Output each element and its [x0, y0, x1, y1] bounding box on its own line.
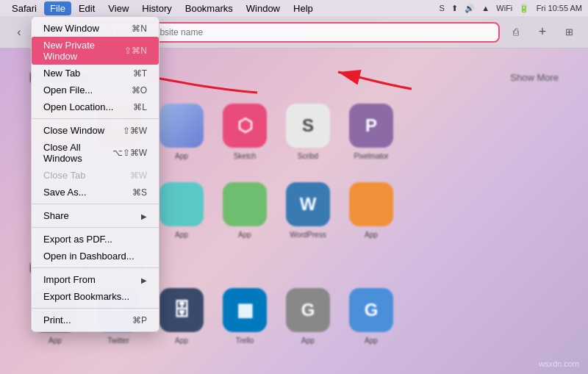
menu-new-window[interactable]: New Window ⌘N — [32, 20, 159, 37]
fav-icon: G — [286, 288, 330, 332]
fav-label: Scribd — [298, 152, 318, 160]
freq-trello[interactable]: ▦ Trello — [219, 288, 270, 345]
fav-label: Pixelmator — [354, 152, 388, 160]
menu-divider-1 — [32, 118, 159, 119]
menu-item-label: Export Bookmarks... — [43, 291, 129, 302]
menu-arrow — [141, 275, 147, 285]
show-more-button[interactable]: Show More — [510, 72, 559, 83]
menu-item-label: Share — [43, 210, 69, 221]
freq-g1[interactable]: G App — [282, 288, 334, 345]
file-dropdown-menu: New Window ⌘N New Private Window ⇧⌘N New… — [31, 16, 159, 332]
menu-shortcut: ⌘T — [133, 68, 147, 79]
menu-item-label: Open in Dashboard... — [43, 251, 135, 262]
menu-shortcut: ⌘S — [132, 187, 147, 198]
menu-item-label: Close All Windows — [43, 142, 112, 164]
menu-item-label: Print... — [43, 314, 71, 326]
fav-scribd[interactable]: S Scribd — [282, 104, 334, 160]
menu-item-label: Save As... — [43, 187, 87, 198]
menu-share[interactable]: Share — [32, 207, 159, 224]
back-button[interactable]: ‹ — [9, 22, 29, 43]
menu-bar-right: S ⬆ 🔊 ▲ WiFi 🔋 Fri 10:55 AM — [439, 4, 582, 13]
fav-orange[interactable]: App — [345, 182, 397, 239]
menu-safari[interactable]: Safari — [6, 1, 43, 15]
fav-icon: 🗄 — [159, 288, 204, 332]
sidebar-button[interactable]: ⊞ — [559, 22, 579, 43]
menu-shortcut: ⌘L — [133, 102, 147, 112]
menu-shortcut: ⌥⇧⌘W — [112, 148, 147, 158]
menu-print[interactable]: Print... ⌘P — [32, 312, 159, 328]
fav-icon: P — [349, 104, 393, 148]
menu-edit[interactable]: Edit — [73, 1, 101, 15]
menu-item-label: Import From — [43, 274, 96, 285]
fav-teal[interactable]: App — [156, 182, 207, 239]
fav-label: Twitter — [107, 337, 129, 345]
fav-icon — [223, 182, 267, 226]
menu-bar: Safari File Edit View History Bookmarks … — [0, 0, 588, 16]
menu-item-label: New Window — [43, 23, 99, 34]
menu-close-tab[interactable]: Close Tab ⌘W — [32, 167, 159, 184]
fav-icon: S — [286, 104, 330, 148]
menubar-extras: S ⬆ 🔊 ▲ WiFi 🔋 Fri 10:55 AM — [439, 4, 582, 13]
fav-icon: ▦ — [223, 288, 267, 332]
menu-export-pdf[interactable]: Export as PDF... — [32, 231, 159, 248]
menu-shortcut: ⌘N — [132, 24, 147, 34]
freq-g2[interactable]: G App — [345, 288, 397, 345]
menu-divider-2 — [32, 204, 159, 204]
fav-label: WordPress — [290, 231, 326, 239]
menu-shortcut: ⌘O — [132, 85, 147, 96]
fav-wordpress[interactable]: W WordPress — [282, 182, 334, 239]
menu-history[interactable]: History — [136, 1, 177, 15]
menu-window[interactable]: Window — [240, 1, 286, 15]
fav-label: App — [301, 337, 315, 345]
safari-window: Safari File Edit View History Bookmarks … — [0, 0, 588, 374]
fav-pixi[interactable]: P Pixelmator — [345, 104, 397, 160]
fav-label: App — [175, 152, 188, 160]
menu-divider-5 — [32, 308, 159, 309]
fav-sketch-pink[interactable]: ⬡ Sketch — [219, 104, 270, 160]
menu-new-private-window[interactable]: New Private Window ⇧⌘N — [32, 37, 159, 65]
menu-shortcut: ⇧⌘N — [124, 46, 147, 56]
fav-green[interactable]: App — [219, 182, 270, 239]
fav-label: Sketch — [234, 152, 257, 160]
menu-shortcut: ⌘W — [130, 170, 147, 181]
menu-bookmarks[interactable]: Bookmarks — [179, 1, 239, 15]
menu-new-tab[interactable]: New Tab ⌘T — [32, 65, 159, 82]
fav-label: App — [175, 231, 188, 239]
menu-item-label: Open Location... — [43, 101, 113, 112]
fav-label: Trello — [236, 337, 254, 345]
menu-open-file[interactable]: Open File... ⌘O — [32, 82, 159, 98]
menu-arrow — [141, 211, 147, 221]
fav-icon — [349, 182, 393, 226]
menu-close-window[interactable]: Close Window ⇧⌘W — [32, 122, 159, 139]
fav-app3[interactable]: App — [156, 104, 207, 160]
menu-file[interactable]: File — [44, 1, 71, 15]
menu-save-as[interactable]: Save As... ⌘S — [32, 184, 159, 201]
menu-divider-4 — [32, 267, 159, 268]
menu-divider-3 — [32, 227, 159, 228]
menu-help[interactable]: Help — [287, 1, 319, 15]
fav-label: App — [365, 231, 378, 239]
menu-item-label: Close Window — [43, 125, 104, 136]
menu-open-location[interactable]: Open Location... ⌘L — [32, 98, 159, 115]
freq-app3[interactable]: 🗄 App — [156, 288, 207, 345]
fav-icon: ⬡ — [223, 104, 267, 148]
menu-open-dashboard[interactable]: Open in Dashboard... — [32, 248, 159, 265]
menu-item-label: Close Tab — [43, 170, 86, 181]
menu-item-label: Open File... — [43, 84, 93, 96]
menu-item-label: New Tab — [43, 68, 80, 79]
menu-export-bookmarks[interactable]: Export Bookmarks... — [32, 288, 159, 305]
menu-shortcut: ⌘P — [132, 315, 147, 326]
menu-import-from[interactable]: Import From — [32, 271, 159, 288]
share-button[interactable]: ⎙ — [506, 22, 526, 43]
menu-close-all-windows[interactable]: Close All Windows ⌥⇧⌘W — [32, 139, 159, 167]
menu-shortcut: ⇧⌘W — [123, 126, 147, 136]
watermark: wsxdn.com — [539, 359, 579, 368]
fav-label: App — [49, 337, 62, 345]
fav-label: App — [175, 337, 188, 345]
fav-icon: G — [349, 288, 393, 332]
fav-icon — [159, 104, 204, 148]
menu-view[interactable]: View — [102, 1, 135, 15]
new-tab-button[interactable]: + — [532, 22, 553, 43]
menu-item-label: Export as PDF... — [43, 234, 112, 245]
fav-icon: W — [286, 182, 330, 226]
